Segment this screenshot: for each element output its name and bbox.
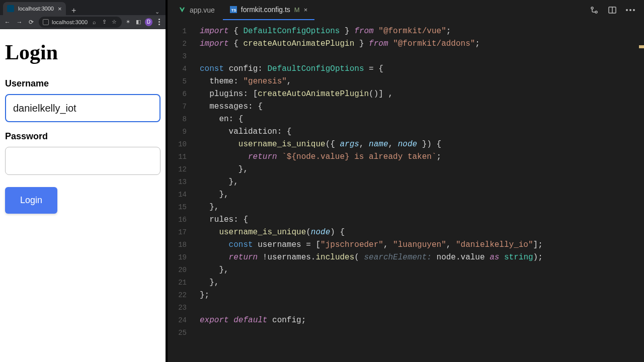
vue-file-icon (179, 7, 186, 14)
editor-tab-label: app.vue (190, 6, 215, 14)
login-button[interactable]: Login (5, 187, 57, 214)
password-input[interactable] (5, 147, 160, 175)
svg-point-3 (595, 11, 597, 13)
browser-tab-strip: localhost:3000 × + ⌄ (0, 0, 166, 15)
editor-more-icon[interactable] (626, 9, 635, 11)
username-label: Username (5, 78, 160, 89)
reload-button[interactable]: ⟳ (27, 18, 36, 27)
back-button[interactable]: ← (3, 18, 12, 27)
zoom-icon[interactable]: ⌕ (91, 19, 98, 26)
page-title: Login (5, 40, 160, 64)
split-editor-icon[interactable] (608, 6, 617, 15)
browser-menu-icon[interactable] (155, 19, 163, 26)
close-tab-icon[interactable]: × (304, 6, 308, 14)
code-area[interactable]: import { DefaultConfigOptions } from "@f… (194, 20, 644, 362)
editor-tab-label: formkit.config.ts (241, 6, 290, 14)
site-info-icon[interactable] (43, 19, 49, 25)
tab-favicon (7, 5, 14, 12)
close-tab-icon[interactable]: × (58, 5, 62, 13)
editor-panel: app.vue TS formkit.config.ts M × (168, 0, 644, 362)
svg-point-2 (591, 7, 593, 9)
editor-body[interactable]: 1234567891011121314151617181920212223242… (168, 20, 644, 362)
browser-panel: localhost:3000 × + ⌄ ← → ⟳ localhost:300… (0, 0, 168, 362)
ts-file-icon: TS (230, 6, 237, 13)
compare-changes-icon[interactable] (590, 6, 599, 15)
new-tab-button[interactable]: + (69, 6, 79, 15)
username-input[interactable] (5, 94, 160, 122)
bookmark-icon[interactable]: ☆ (111, 19, 118, 26)
extensions-icon[interactable]: ✶ (125, 19, 132, 26)
password-label: Password (5, 131, 160, 142)
overview-ruler[interactable] (637, 0, 644, 362)
browser-toolbar: ← → ⟳ localhost:3000 ⌕ ⇪ ☆ ✶ ◧ D (0, 15, 166, 29)
overview-marker (639, 45, 644, 48)
address-text: localhost:3000 (52, 19, 88, 25)
address-bar[interactable]: localhost:3000 ⌕ ⇪ ☆ (39, 17, 122, 28)
editor-tab-appvue[interactable]: app.vue (172, 0, 222, 20)
editor-tab-formkitconfig[interactable]: TS formkit.config.ts M × (223, 0, 314, 20)
editor-tabs: app.vue TS formkit.config.ts M × (168, 0, 644, 20)
svg-text:TS: TS (231, 8, 236, 13)
modified-indicator: M (294, 6, 300, 14)
tab-list-dropdown[interactable]: ⌄ (152, 9, 163, 15)
line-gutter: 1234567891011121314151617181920212223242… (168, 20, 194, 362)
tab-title: localhost:3000 (18, 6, 54, 12)
profile-avatar[interactable]: D (145, 18, 153, 26)
browser-tab[interactable]: localhost:3000 × (3, 2, 66, 15)
page-content: Login Username Password Login (0, 29, 166, 362)
sidepanel-icon[interactable]: ◧ (135, 19, 142, 26)
forward-button[interactable]: → (15, 18, 24, 27)
share-icon[interactable]: ⇪ (101, 19, 108, 26)
